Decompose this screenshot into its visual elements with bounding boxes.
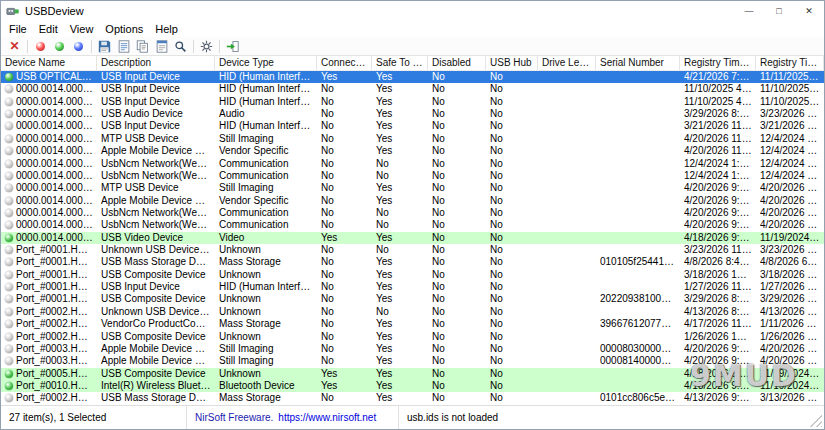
cell-description: USB Composite Device	[97, 269, 215, 281]
cell-registry_time_2: 4/20/2026 9:36:1...	[756, 343, 824, 355]
cell-registry_time_1: 1/27/2026 11:35:44...	[680, 281, 756, 293]
column-header-drive_letter[interactable]: Drive Letter	[538, 56, 596, 70]
table-row[interactable]: Port_#0001.Hub_#0001USB Input DeviceHID …	[1, 281, 824, 293]
cell-serial_number	[596, 380, 680, 392]
cell-drive_letter	[538, 71, 596, 83]
column-header-disabled[interactable]: Disabled	[428, 56, 486, 70]
nirsoft-url-link[interactable]: https://www.nirsoft.net	[278, 412, 376, 423]
table-row[interactable]: Port_#0002.Hub_#0001USB Composite Device…	[1, 331, 824, 343]
table-row[interactable]: 0000.0014.0000.003.00...UsbNcm Network(W…	[1, 170, 824, 182]
cell-safe_to_unplug: No	[372, 207, 428, 219]
table-row[interactable]: Port_#0003.Hub_#0001Apple Mobile Device …	[1, 343, 824, 355]
cell-usb_hub: No	[486, 96, 538, 108]
copy-selected-icon[interactable]	[133, 38, 152, 55]
resize-grip[interactable]	[810, 415, 822, 427]
open-in-regedit-icon[interactable]	[223, 38, 242, 55]
cell-disabled: No	[428, 133, 486, 145]
minimize-button[interactable]: —	[734, 1, 764, 21]
table-row[interactable]: 0000.0014.0000.003.00...Apple Mobile Dev…	[1, 145, 824, 157]
table-row[interactable]: Port_#0003.Hub_#0001Apple Mobile Device …	[1, 355, 824, 367]
cell-device_type: Unknown	[215, 331, 317, 343]
close-button[interactable]: ✕	[794, 1, 824, 21]
html-report-icon[interactable]	[114, 38, 133, 55]
column-header-device_type[interactable]: Device Type	[215, 56, 317, 70]
cell-usb_hub: No	[486, 207, 538, 219]
column-header-description[interactable]: Description	[97, 56, 215, 70]
device-name-text: 0000.0014.0000.003.00...	[16, 158, 97, 169]
table-row[interactable]: Port_#0001.Hub_#0001USB Composite Device…	[1, 269, 824, 281]
advanced-options-icon[interactable]	[197, 38, 216, 55]
cell-usb_hub: No	[486, 244, 538, 256]
table-row[interactable]: 0000.0014.0000.002.00...USB Input Device…	[1, 120, 824, 132]
disable-device-icon[interactable]	[69, 38, 88, 55]
table-row[interactable]: 0000.0014.0000.003.00...UsbNcm Network(W…	[1, 207, 824, 219]
uninstall-device-icon[interactable]: ✕	[5, 38, 24, 55]
table-row[interactable]: 0000.0014.0000.001.00...USB Input Device…	[1, 83, 824, 95]
table-row[interactable]: USB OPTICAL MOUSEUSB Input DeviceHID (Hu…	[1, 71, 824, 83]
cell-device_type: HID (Human Interface D...	[215, 83, 317, 95]
table-row[interactable]: Port_#0001.Hub_#0001Unknown USB Device (…	[1, 244, 824, 256]
device-status-icon	[5, 308, 13, 316]
cell-registry_time_1: 4/20/2026 9:36:...	[680, 207, 756, 219]
table-row[interactable]: Port_#0002.Hub_#0001Unknown USB Device (…	[1, 306, 824, 318]
cell-disabled: No	[428, 182, 486, 194]
status-bar: 27 item(s), 1 Selected NirSoft Freeware.…	[1, 405, 824, 429]
cell-serial_number	[596, 219, 680, 231]
table-row[interactable]: Port_#0002.Hub_#0001VendorCo ProductCode…	[1, 318, 824, 330]
menu-edit[interactable]: Edit	[33, 23, 64, 35]
column-header-safe_to_unplug[interactable]: Safe To Unpl...	[372, 56, 428, 70]
table-row[interactable]: 0000.0014.0000.005.00...USB Video Device…	[1, 232, 824, 244]
device-status-icon	[5, 197, 13, 205]
cell-serial_number	[596, 269, 680, 281]
table-row[interactable]: 0000.0014.0000.001.00...USB Input Device…	[1, 96, 824, 108]
column-header-serial_number[interactable]: Serial Number	[596, 56, 680, 70]
cell-disabled: No	[428, 293, 486, 305]
table-row[interactable]: 0000.0014.0000.003.00...MTP USB DeviceSt…	[1, 133, 824, 145]
column-header-connected[interactable]: Connected	[317, 56, 372, 70]
cell-device_name: 0000.0014.0000.003.00...	[1, 195, 97, 207]
menu-help[interactable]: Help	[149, 23, 184, 35]
menu-options[interactable]: Options	[99, 23, 149, 35]
device-name-text: Port_#0001.Hub_#0001	[16, 256, 97, 267]
column-header-device_name[interactable]: Device Name	[1, 56, 97, 70]
cell-device_name: Port_#0002.Hub_#0001	[1, 318, 97, 330]
device-name-text: Port_#0005.Hub_#0001	[16, 368, 97, 379]
table-row[interactable]: 0000.0014.0000.003.00...MTP USB DeviceSt…	[1, 182, 824, 194]
save-report-icon[interactable]	[95, 38, 114, 55]
cell-registry_time_2: 4/20/2026 9:36:...	[756, 219, 824, 231]
table-row[interactable]: Port_#0002.Hub_#0002USB Mass Storage Dev…	[1, 392, 824, 404]
toolbar-separator	[27, 40, 28, 53]
table-row[interactable]: 0000.0014.0000.003.00...Apple Mobile Dev…	[1, 195, 824, 207]
cell-drive_letter	[538, 368, 596, 380]
device-status-icon	[5, 382, 13, 390]
cell-device_type: Still Imaging	[215, 182, 317, 194]
table-row[interactable]: Port_#0001.Hub_#0001USB Mass Storage Dev…	[1, 256, 824, 268]
cell-safe_to_unplug: Yes	[372, 96, 428, 108]
cell-registry_time_1: 4/20/2026 9:36:...	[680, 219, 756, 231]
cell-device_name: Port_#0001.Hub_#0001	[1, 269, 97, 281]
cell-registry_time_1: 4/8/2026 8:47:45 PM	[680, 256, 756, 268]
table-row[interactable]: 0000.0014.0000.003.00...UsbNcm Network(W…	[1, 219, 824, 231]
disconnect-device-icon[interactable]	[31, 38, 50, 55]
cell-device_type: Still Imaging	[215, 355, 317, 367]
menu-view[interactable]: View	[64, 23, 100, 35]
table-row[interactable]: 0000.0014.0000.002.00...USB Audio Device…	[1, 108, 824, 120]
column-header-registry_time_2[interactable]: Registry Time 2	[756, 56, 824, 70]
properties-icon[interactable]	[152, 38, 171, 55]
find-icon[interactable]	[171, 38, 190, 55]
maximize-button[interactable]: □	[764, 1, 794, 21]
table-row[interactable]: 0000.0014.0000.003.00...UsbNcm Network(W…	[1, 158, 824, 170]
column-header-registry_time_1[interactable]: Registry Time 1	[680, 56, 756, 70]
cell-serial_number	[596, 120, 680, 132]
column-header-usb_hub[interactable]: USB Hub	[486, 56, 538, 70]
table-row[interactable]: Port_#0005.Hub_#0001USB Composite Device…	[1, 368, 824, 380]
table-row[interactable]: Port_#0010.Hub_#0001Intel(R) Wireless Bl…	[1, 380, 824, 392]
cell-serial_number: 0101cc806c5ed0c7...	[596, 392, 680, 404]
table-row[interactable]: Port_#0001.Hub_#0001USB Composite Device…	[1, 293, 824, 305]
cell-disabled: No	[428, 380, 486, 392]
cell-description: Apple Mobile Device USB Devi...	[97, 145, 215, 157]
cell-registry_time_1: 3/18/2026 10:47:1...	[680, 269, 756, 281]
cell-safe_to_unplug: Yes	[372, 182, 428, 194]
menu-file[interactable]: File	[3, 23, 33, 35]
enable-device-icon[interactable]	[50, 38, 69, 55]
